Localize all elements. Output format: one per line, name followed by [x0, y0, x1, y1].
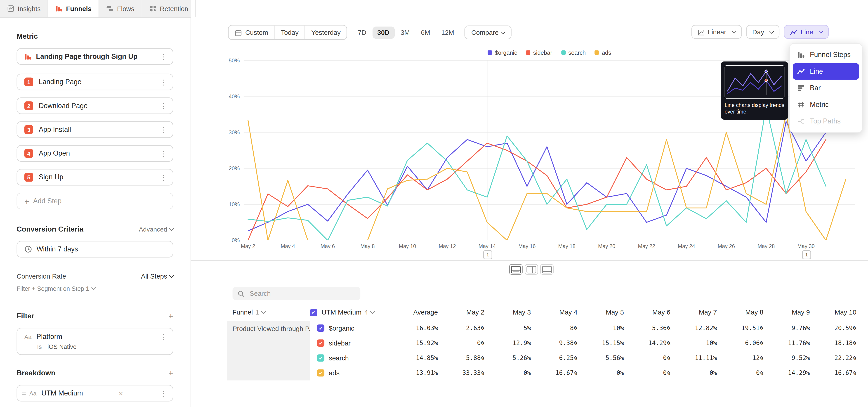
insights-icon: [7, 5, 14, 12]
breakdown-item-utm-medium[interactable]: Aa UTM Medium × ⋮: [17, 385, 173, 401]
kebab-menu-icon[interactable]: ⋮: [159, 102, 168, 109]
kebab-menu-icon[interactable]: ⋮: [159, 174, 168, 181]
table-cell-value: 9.76%: [763, 321, 810, 336]
advanced-toggle[interactable]: Advanced: [139, 226, 173, 232]
tab-retention[interactable]: Retention: [142, 0, 196, 17]
menu-item-label: Bar: [810, 84, 821, 92]
conversion-window-selector[interactable]: Within 7 days: [17, 241, 173, 257]
granularity-selector[interactable]: Day: [746, 25, 780, 39]
table-cell-value: 12.9%: [485, 336, 531, 350]
yesterday-button[interactable]: Yesterday: [305, 26, 347, 39]
row-checkbox[interactable]: ✓: [317, 369, 324, 376]
menu-item-funnel-steps[interactable]: Funnel Steps: [793, 46, 859, 63]
filter-segment-label: Filter + Segment on Step 1: [17, 285, 89, 292]
legend-item-search[interactable]: search: [561, 49, 586, 56]
legend-item-ads[interactable]: ads: [595, 49, 611, 56]
breakdown-checkbox[interactable]: ✓: [310, 309, 317, 316]
layout-chart-only-button[interactable]: [540, 264, 554, 275]
x-tick-label: May 14: [478, 243, 496, 249]
row-checkbox[interactable]: ✓: [317, 339, 324, 347]
table-row-search[interactable]: ✓search: [310, 350, 393, 366]
row-checkbox[interactable]: ✓: [317, 354, 324, 362]
compare-button[interactable]: Compare: [465, 26, 512, 39]
kebab-menu-icon[interactable]: ⋮: [159, 53, 168, 60]
chart-toolbar: Custom Today Yesterday 7D30D3M6M12M Comp…: [191, 25, 868, 39]
row-checkbox[interactable]: ✓: [317, 324, 324, 332]
tab-label: Insights: [18, 5, 40, 12]
tab-flows[interactable]: Flows: [99, 0, 142, 17]
add-step-label: Add Step: [33, 197, 61, 205]
tab-label: Funnels: [66, 5, 92, 12]
table-header-breakdown[interactable]: ✓UTM Medium4: [310, 304, 393, 320]
funnel-step-landing-page[interactable]: 1Landing Page⋮: [17, 74, 173, 90]
x-tick-label: May 28: [757, 243, 775, 249]
chevron-down-icon: [501, 29, 505, 34]
step-label: Landing Page: [39, 78, 81, 86]
range-3m-button[interactable]: 3M: [396, 26, 415, 38]
tab-funnels[interactable]: Funnels: [49, 0, 99, 17]
kebab-menu-icon[interactable]: ⋮: [159, 389, 168, 397]
legend-item-organic[interactable]: $organic: [488, 49, 517, 56]
range-7d-button[interactable]: 7D: [353, 26, 371, 38]
table-row-ads[interactable]: ✓ads: [310, 366, 393, 380]
chart-type-menu: Funnel StepsLineBarMetricTop Paths: [789, 43, 862, 133]
search-box[interactable]: [232, 287, 361, 300]
screen: InsightsFunnelsFlowsRetention Metric Lan…: [0, 0, 868, 407]
filter-segment-toggle[interactable]: Filter + Segment on Step 1: [17, 285, 173, 292]
funnel-title: Landing Page through Sign Up: [36, 53, 137, 60]
table-header-funnel[interactable]: Funnel1: [227, 304, 310, 320]
legend-item-sidebar[interactable]: sidebar: [526, 49, 552, 56]
menu-item-line[interactable]: Line: [793, 63, 859, 80]
range-30d-button[interactable]: 30D: [372, 26, 395, 38]
table-row-sidebar[interactable]: ✓sidebar: [310, 336, 393, 350]
menu-item-label: Funnel Steps: [810, 51, 850, 59]
kebab-menu-icon[interactable]: ⋮: [159, 333, 168, 340]
table-cell-value: 10%: [577, 321, 624, 336]
annotation-marker[interactable]: 1: [483, 250, 492, 259]
funnel-step-sign-up[interactable]: 5Sign Up⋮: [17, 169, 173, 185]
close-icon[interactable]: ×: [117, 389, 125, 397]
layout-side-by-side-button[interactable]: [525, 264, 538, 275]
retention-icon: [149, 5, 157, 12]
table-cell-value: 9.38%: [531, 336, 578, 350]
search-input[interactable]: [249, 289, 355, 298]
kebab-menu-icon[interactable]: ⋮: [159, 150, 168, 157]
conversion-rate-label: Conversion Rate: [17, 273, 66, 280]
drag-handle-icon[interactable]: [21, 388, 27, 398]
x-tick-label: May 4: [281, 243, 295, 249]
tab-insights[interactable]: Insights: [0, 0, 49, 17]
funnel-step-app-install[interactable]: 3App Install⋮: [17, 121, 173, 138]
scale-selector[interactable]: Linear: [691, 25, 742, 39]
today-label: Today: [281, 29, 298, 36]
table-cell-value: 15.15%: [577, 336, 624, 350]
funnel-step-download-page[interactable]: 2Download Page⋮: [17, 97, 173, 114]
x-tick-label: May 6: [320, 243, 335, 249]
menu-item-bar[interactable]: Bar: [793, 80, 859, 96]
funnel-title-card[interactable]: Landing Page through Sign Up ⋮: [17, 48, 173, 65]
funnel-step-app-open[interactable]: 4App Open⋮: [17, 145, 173, 162]
chart-type-selector[interactable]: Line: [784, 25, 829, 39]
table-row-organic[interactable]: ✓$organic: [310, 321, 393, 336]
chart-legend: $organicsidebarsearchads: [244, 49, 855, 56]
conversion-rate-selector[interactable]: All Steps: [141, 273, 174, 280]
table-cell-value: 5.26%: [485, 350, 531, 366]
table-cell-value: 12.82%: [671, 321, 717, 336]
legend-label: sidebar: [533, 49, 552, 56]
kebab-menu-icon[interactable]: ⋮: [159, 79, 168, 86]
menu-item-metric[interactable]: Metric: [793, 96, 859, 113]
layout-chart-and-table-button[interactable]: [509, 264, 523, 275]
add-filter-button[interactable]: +: [168, 312, 173, 320]
add-step-button[interactable]: + Add Step: [17, 193, 173, 209]
table-group-cell[interactable]: Product Viewed through P...: [227, 321, 310, 380]
custom-date-button[interactable]: Custom: [228, 26, 275, 39]
filter-item-platform[interactable]: Aa Platform ⋮ Is iOS Native: [17, 328, 173, 355]
range-12m-button[interactable]: 12M: [436, 26, 459, 38]
row-label: $organic: [329, 324, 354, 332]
range-6m-button[interactable]: 6M: [416, 26, 435, 38]
kebab-menu-icon[interactable]: ⋮: [159, 126, 168, 133]
today-button[interactable]: Today: [275, 26, 305, 39]
annotation-marker[interactable]: 1: [802, 250, 811, 259]
table-header-date: May 10: [810, 304, 857, 320]
add-breakdown-button[interactable]: +: [168, 369, 173, 377]
filter-value: iOS Native: [48, 343, 76, 350]
